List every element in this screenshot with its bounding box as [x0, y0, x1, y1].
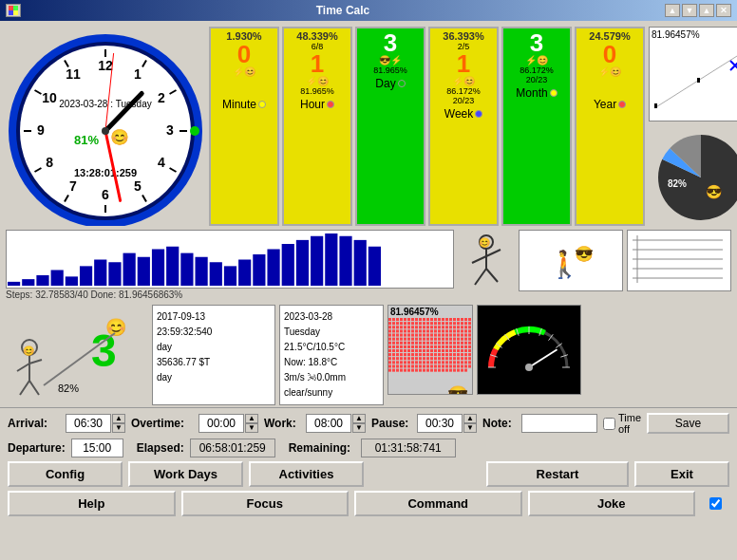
info-now: Now: 18.8°C [284, 355, 379, 370]
minimize-button[interactable]: ▲ [665, 4, 680, 17]
minute-label-row: Minute [222, 98, 266, 111]
stat-card-month: 3 ⚡😊 86.172% 20/23 Month [501, 27, 572, 226]
walk-figure-area [458, 230, 515, 301]
save-button[interactable]: Save [647, 413, 729, 434]
info-box: 2017-09-13 23:59:32:540 day 35636.77 $T … [152, 305, 275, 405]
title-bar: Time Calc ▲ ▼ ▲ ✕ [0, 0, 737, 21]
restore-button[interactable]: ▼ [682, 4, 697, 17]
arrival-down[interactable]: ▼ [112, 423, 125, 433]
extra-checkbox[interactable] [709, 497, 722, 510]
week-sub2: 20/23 [453, 96, 475, 105]
work-down[interactable]: ▼ [352, 423, 366, 433]
pause-spinners: ▲ ▼ [463, 414, 477, 433]
svg-rect-1 [13, 6, 18, 10]
pixel-percent: 81.96457% [388, 306, 472, 318]
focus-button[interactable]: Focus [181, 491, 350, 516]
day-label-row: Day [375, 77, 405, 90]
stat-card-day: 3 😎⚡ 81.965% Day [355, 27, 425, 226]
middle-section: Steps: 32.78583/40 Done: 81.96456863% [0, 228, 737, 303]
config-button[interactable]: Config [8, 461, 123, 487]
stat-card-year: 24.579% 0 ⚡😊 Year [575, 27, 645, 226]
walk-canvas [458, 233, 515, 299]
svg-rect-3 [13, 10, 18, 15]
overtime-label: Overtime: [131, 417, 193, 430]
day-icons: 😎⚡ [379, 55, 402, 65]
pause-down[interactable]: ▼ [463, 423, 477, 433]
work-up[interactable]: ▲ [352, 414, 366, 423]
hour-dot [327, 101, 334, 108]
month-dot [550, 89, 557, 97]
overtime-up[interactable]: ▲ [245, 414, 258, 423]
departure-label: Departure: [8, 441, 66, 455]
minute-icons: ⚡😊 [233, 66, 255, 77]
stick-figure-canvas [6, 305, 148, 400]
info-unit1: day [157, 340, 271, 355]
command-button[interactable]: Command [354, 491, 522, 516]
note-label: Note: [482, 417, 516, 430]
line-graph-canvas [650, 42, 737, 118]
right-panel: 81.96457% [649, 27, 737, 226]
checkbox-area [701, 491, 729, 516]
day-dot [398, 80, 406, 87]
gauge-canvas [478, 306, 580, 394]
controls-section: Arrival: ▲ ▼ Overtime: ▲ ▼ Work: [0, 407, 737, 524]
win-icon [6, 4, 21, 17]
month-sub: 86.172% [520, 65, 554, 75]
work-input[interactable] [306, 414, 351, 433]
hour-label: Hour [300, 98, 325, 111]
timeoff-group: Time off [603, 412, 641, 435]
joke-button[interactable]: Joke [528, 491, 696, 516]
work-label: Work: [264, 417, 300, 430]
overtime-input[interactable] [198, 414, 244, 433]
pause-up[interactable]: ▲ [463, 414, 477, 423]
stat-card-week: 36.393% 2/5 1 ⚡😊 86.172% 20/23 Week [428, 27, 499, 226]
note-input[interactable] [521, 414, 597, 433]
year-big: 0 [603, 42, 616, 66]
stat-card-hour: 48.339% 6/8 1 ⚡😊 81.965% Hour [282, 27, 352, 226]
hour-sub: 81.965% [300, 86, 334, 96]
close-button[interactable]: ✕ [716, 4, 731, 17]
maximize-button[interactable]: ▲ [699, 4, 714, 17]
activities-button[interactable]: Activities [249, 461, 364, 487]
analog-clock [6, 27, 205, 226]
info-day2: Tuesday [284, 325, 379, 340]
arrival-up[interactable]: ▲ [112, 414, 125, 423]
week-sub: 86.172% [446, 86, 481, 96]
overtime-spinners: ▲ ▼ [245, 414, 258, 433]
pixel-emoji: 😎 [388, 384, 472, 395]
pie-chart-container [649, 125, 737, 220]
info-date1: 2017-09-13 [157, 309, 271, 325]
exit-button[interactable]: Exit [634, 461, 729, 487]
week-big: 1 [457, 51, 470, 76]
info-amount: 35636.77 $T [157, 355, 271, 370]
pie-chart-canvas [649, 125, 737, 220]
minute-dot [258, 101, 266, 108]
hour-big: 1 [311, 51, 324, 76]
step-label: Steps: 32.78583/40 Done: 81.96456863% [6, 289, 454, 301]
window-title: Time Calc [21, 4, 665, 17]
timeoff-checkbox[interactable] [603, 418, 615, 430]
step-section: Steps: 32.78583/40 Done: 81.96456863% [6, 230, 454, 301]
month-label: Month [516, 86, 547, 100]
arrival-spinners: ▲ ▼ [112, 414, 125, 433]
workdays-button[interactable]: Work Days [128, 461, 243, 487]
hour-percent: 48.339% [296, 30, 337, 42]
help-button[interactable]: Help [8, 491, 176, 516]
info-temp: 21.5°C/10.5°C [284, 340, 379, 355]
departure-input[interactable] [71, 439, 123, 457]
svg-rect-0 [9, 6, 13, 10]
elapsed-input [190, 439, 275, 457]
restart-button[interactable]: Restart [486, 461, 629, 487]
year-icons: ⚡😊 [598, 66, 621, 77]
week-icons: ⚡😊 [452, 76, 475, 86]
arrival-input[interactable] [66, 414, 111, 433]
svg-rect-2 [9, 10, 13, 15]
info-time1: 23:59:32:540 [157, 325, 271, 340]
month-label-row: Month [516, 86, 557, 100]
overtime-down[interactable]: ▼ [245, 423, 258, 433]
info-sky: clear/sunny [284, 385, 379, 401]
elapsed-label: Elapsed: [137, 441, 184, 455]
buttons-row2: Help Focus Command Joke [8, 491, 729, 516]
arrival-input-group: ▲ ▼ [66, 414, 125, 433]
pause-input[interactable] [417, 414, 463, 433]
